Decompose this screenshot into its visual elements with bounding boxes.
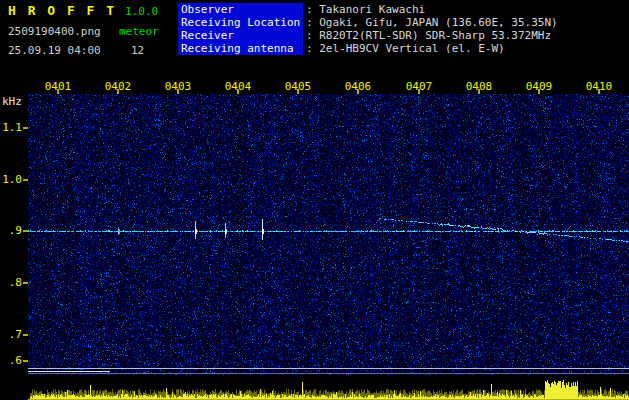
freq-label: .7	[0, 328, 22, 341]
freq-axis-unit: kHz	[2, 95, 22, 108]
info-row-antenna: Receiving antenna: 2el-HB9CV Vertical (e…	[178, 42, 558, 55]
freq-label: 1.1	[0, 121, 22, 134]
output-filename: 2509190400.png	[8, 25, 101, 38]
info-label: Receiving Location	[178, 16, 303, 29]
station-info-panel: Observer: Takanori Kawachi Receiving Loc…	[178, 3, 558, 55]
freq-label: .8	[0, 276, 22, 289]
echo-count: 12	[131, 44, 144, 57]
info-value: : R820T2(RTL-SDR) SDR-Sharp 53.372MHz	[303, 29, 551, 42]
info-row-location: Receiving Location: Ogaki, Gifu, JAPAN (…	[178, 16, 558, 29]
app-version: 1.0.0	[125, 5, 158, 18]
app-title: H R O F F T	[8, 3, 116, 18]
freq-label: .9	[0, 224, 22, 237]
datetime-label: 25.09.19 04:00	[8, 44, 101, 57]
spectrogram-canvas	[28, 94, 629, 375]
info-label: Receiving antenna	[178, 42, 303, 55]
freq-label: .6	[0, 354, 22, 367]
info-row-receiver: Receiver: R820T2(RTL-SDR) SDR-Sharp 53.3…	[178, 29, 558, 42]
info-value: : 2el-HB9CV Vertical (el. E-W)	[303, 42, 505, 55]
info-value: : Ogaki, Gifu, JAPAN (136.60E, 35.35N)	[303, 16, 558, 29]
info-label: Receiver	[178, 29, 303, 42]
info-label: Observer	[178, 3, 303, 16]
amplitude-strip-canvas	[28, 377, 629, 400]
hrofft-output-window: H R O F F T 1.0.0 2509190400.png meteor …	[0, 0, 629, 400]
freq-label: 1.0	[0, 173, 22, 186]
mode-label: meteor	[119, 25, 159, 38]
info-value: : Takanori Kawachi	[303, 3, 425, 16]
info-row-observer: Observer: Takanori Kawachi	[178, 3, 558, 16]
